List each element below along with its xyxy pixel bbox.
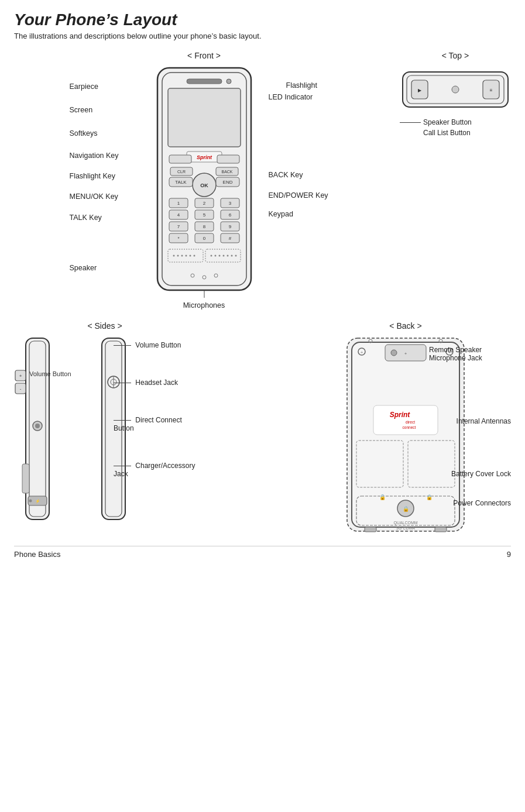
direct-connect-text: Direct Connect Button — [114, 416, 182, 432]
svg-rect-107 — [365, 527, 376, 532]
volume-button-label: Volume Button — [29, 370, 71, 377]
svg-rect-2 — [168, 88, 241, 147]
speaker-button-label: Speaker Button — [423, 118, 472, 126]
led-indicator-label: LED Indicator — [269, 93, 313, 101]
page-subtitle: The illustrations and descriptions below… — [14, 32, 511, 40]
battery-cover-lock-label: Battery Cover Lock — [451, 470, 511, 478]
svg-text:🔒: 🔒 — [403, 505, 410, 512]
side-labels-right: Volume Button Headset Jack Direct Connec… — [114, 341, 195, 478]
svg-point-67 — [452, 86, 459, 93]
svg-text:⚡: ⚡ — [35, 498, 40, 504]
svg-text:0: 0 — [203, 236, 205, 241]
svg-point-55 — [222, 255, 224, 257]
svg-text:BACK: BACK — [221, 170, 232, 174]
talk-key-label: TALK Key — [70, 214, 102, 222]
page-footer: Phone Basics 9 — [14, 546, 511, 559]
svg-point-48 — [181, 255, 183, 257]
charger-jack-container: Charger/Accessory Jack — [114, 462, 195, 478]
svg-text:4: 4 — [177, 212, 180, 218]
svg-text:2: 2 — [203, 201, 205, 206]
page-title: Your Phone’s Layout — [14, 11, 511, 29]
svg-point-50 — [189, 255, 191, 257]
svg-text:connect: connect — [403, 425, 416, 429]
svg-text:5: 5 — [203, 212, 205, 218]
phone-top-svg: ▶ ≡ — [400, 66, 511, 113]
volume-button-text: Volume Button — [135, 341, 181, 349]
svg-text:+: + — [361, 350, 363, 355]
svg-rect-17 — [169, 155, 191, 163]
svg-rect-18 — [217, 155, 239, 163]
charger-jack-text: Charger/Accessory Jack — [114, 462, 195, 478]
svg-rect-108 — [435, 527, 447, 532]
top-section: < Top > ▶ ≡ ——— Speaker Button — [394, 51, 511, 137]
svg-text:3G CDMA: 3G CDMA — [396, 526, 415, 530]
call-list-button-label: Call List Button — [423, 129, 471, 137]
internal-antennas-label: Internal Antennas — [457, 417, 511, 425]
phone-front-svg: Sprint OK TALK END BACK CLR — [140, 65, 269, 299]
back-section: < Back > + + + Sprint direct — [300, 321, 511, 534]
remote-speaker-label: Remote Speaker Microphone Jack — [429, 346, 511, 362]
svg-point-57 — [231, 255, 232, 257]
svg-text:+: + — [404, 352, 407, 356]
svg-text:OK: OK — [200, 183, 208, 188]
svg-text:+: + — [19, 373, 22, 379]
footer-page-number: 9 — [507, 550, 511, 559]
svg-text:-: - — [20, 386, 22, 391]
svg-text:*: * — [177, 236, 179, 241]
svg-text:Sprint: Sprint — [197, 154, 212, 160]
svg-point-51 — [193, 255, 195, 257]
svg-point-56 — [227, 255, 228, 257]
svg-text:QUALCOMM: QUALCOMM — [393, 521, 417, 525]
power-connectors-label: Power Connectors — [453, 499, 511, 507]
svg-text:8: 8 — [203, 224, 205, 229]
svg-point-47 — [177, 255, 179, 257]
svg-rect-78 — [22, 464, 29, 493]
volume-button-container: Volume Button — [114, 341, 195, 349]
sides-label: < Sides > — [14, 321, 195, 331]
sides-section: < Sides > + - — [14, 321, 195, 524]
headset-jack-container: Headset Jack — [114, 379, 195, 387]
front-section: < Front > Earpiece Screen Softkeys Navig… — [14, 51, 394, 309]
back-label: < Back > — [300, 321, 511, 331]
svg-text:7: 7 — [177, 224, 180, 229]
svg-text:TALK: TALK — [175, 180, 187, 185]
svg-text:direct: direct — [406, 420, 415, 424]
svg-point-52 — [210, 255, 212, 257]
navigation-key-label: Navigation Key — [70, 152, 119, 160]
phone-left-side-svg: + - ⚡ — [14, 335, 61, 522]
softkeys-label: Softkeys — [70, 129, 98, 137]
svg-point-94 — [391, 350, 397, 356]
svg-text:1: 1 — [177, 201, 180, 206]
svg-point-58 — [235, 255, 236, 257]
svg-text:≡: ≡ — [490, 88, 493, 93]
top-label: < Top > — [400, 51, 511, 60]
svg-point-80 — [29, 500, 32, 503]
speaker-label: Speaker — [70, 264, 97, 272]
footer-left-text: Phone Basics — [14, 550, 61, 559]
svg-point-4 — [227, 79, 231, 84]
svg-point-49 — [185, 255, 187, 257]
svg-text:🔒: 🔒 — [426, 494, 433, 501]
earpiece-label: Earpiece — [70, 82, 98, 91]
end-power-key-label: END/POWER Key — [269, 191, 328, 199]
headset-jack-text: Headset Jack — [135, 379, 178, 387]
flashlight-label: Flashlight — [286, 81, 318, 90]
menu-ok-key-label: MENU/OK Key — [70, 192, 118, 201]
svg-point-46 — [173, 255, 174, 257]
svg-point-54 — [218, 255, 220, 257]
svg-text:6: 6 — [228, 212, 231, 218]
microphones-label: Microphones — [70, 301, 339, 309]
direct-connect-container: Direct Connect Button — [114, 416, 195, 432]
svg-text:#: # — [228, 236, 231, 241]
svg-point-77 — [35, 424, 40, 428]
front-label: < Front > — [14, 51, 394, 60]
screen-label: Screen — [70, 106, 93, 114]
back-key-label: BACK Key — [269, 171, 303, 179]
svg-text:Sprint: Sprint — [390, 411, 411, 419]
svg-point-53 — [214, 255, 216, 257]
svg-text:3: 3 — [228, 201, 231, 206]
phone-back-svg: + + + Sprint direct connect 🔒 — [341, 335, 470, 534]
svg-text:🔓: 🔓 — [379, 494, 386, 501]
svg-text:▶: ▶ — [418, 88, 422, 93]
flashlight-key-label: Flashlight Key — [70, 172, 116, 180]
